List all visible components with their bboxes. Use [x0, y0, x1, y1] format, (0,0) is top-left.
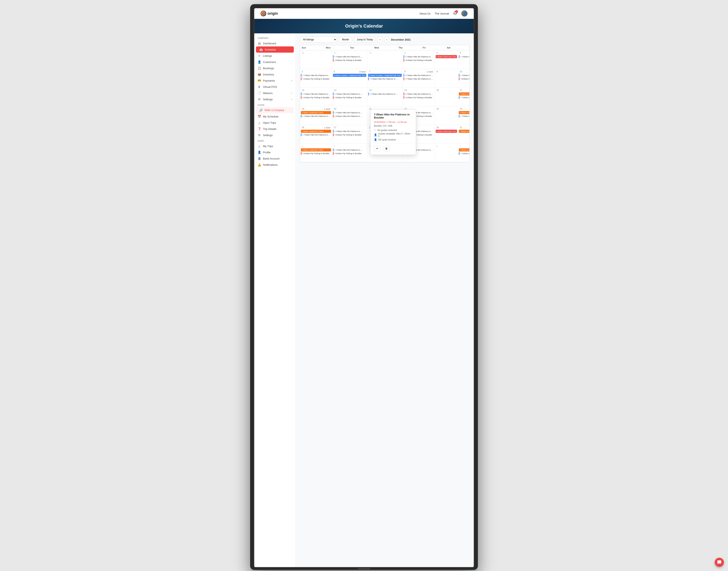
- event-pill[interactable]: 7:00am Avalanche Class: [301, 111, 331, 114]
- sidebar-item-virtualpos[interactable]: 🖥 Virtual POS: [254, 84, 295, 90]
- event-pill[interactable]: 6:00am Custom - National Park Tour: [368, 74, 402, 77]
- event-pill[interactable]: • 9:00am Fly Fishing in Boulder: [301, 152, 331, 155]
- event-pill[interactable]: 8:00am Multi-Day Tour: [436, 130, 457, 133]
- sidebar-item-refer-company[interactable]: 🔗 Refer a Company: [256, 107, 294, 113]
- event-pill[interactable]: • 9:00am Fly Fishing in Boulder: [333, 133, 366, 136]
- event-pill[interactable]: • 7:00am Hike the Flatirons in ...: [333, 111, 366, 114]
- event-pill[interactable]: • 7:00am Hike the Flatirons in ...: [301, 115, 331, 118]
- event-pill[interactable]: • 7:00am Hike the Flatirons in ...: [368, 92, 402, 96]
- prev-month-button[interactable]: ‹: [378, 37, 382, 42]
- event-pill[interactable]: • 7:00am Hike the Flatirons in ...: [333, 148, 366, 151]
- event-pill[interactable]: • 7:00am Hike the Flatirons in ...: [301, 92, 331, 96]
- sidebar-item-trip-details[interactable]: ❓ Trip Details: [254, 126, 295, 132]
- sidebar-item-bank-account[interactable]: 🏦 Bank Account: [254, 155, 295, 161]
- calendar-cell[interactable]: 29• 7:00am Hike the Flatirons in ...• 9:…: [332, 50, 367, 69]
- event-pill[interactable]: 7:00am Avalanche Class: [301, 148, 331, 151]
- sidebar-item-settings[interactable]: ⚙ Settings ▾: [254, 96, 295, 102]
- event-pill[interactable]: • 7:00am Hike the Flatirons in ...: [404, 55, 434, 58]
- next-month-button[interactable]: ›: [384, 37, 389, 42]
- calendar-cell[interactable]: 13• 7:00am Hike the Flatirons in ...• 9:…: [332, 88, 367, 106]
- calendar-cell[interactable]: 308:00am Multi-Day Tour: [435, 125, 458, 143]
- calendar-cell[interactable]: 30: [367, 50, 403, 69]
- more-events-link[interactable]: 1 more: [426, 71, 434, 73]
- calendar-cell[interactable]: 71 more7:00am Avalanche Class• 7:00am Hi…: [458, 143, 470, 162]
- more-events-link[interactable]: 1 more: [323, 126, 331, 129]
- event-pill[interactable]: • 9:00am Fly Fishing in Boulder: [404, 96, 434, 99]
- calendar-cell[interactable]: 5• 7:00am Hike the Flatirons in ...• 9:0…: [300, 69, 332, 88]
- popup-edit-button[interactable]: ✏: [374, 146, 381, 151]
- event-pill[interactable]: 7:00am Avalanche Class: [459, 130, 470, 133]
- sidebar-item-customers[interactable]: 👤 Customers: [254, 59, 295, 65]
- event-pill[interactable]: • 7:00am Hike the Flatirons in ...: [459, 96, 470, 99]
- calendar-cell[interactable]: 14• 7:00am Hike the Flatirons in ...: [367, 88, 403, 106]
- event-pill[interactable]: • 9:00am Fly Fishing in Boulder: [404, 59, 434, 62]
- event-pill[interactable]: 9:00am Multi-Day Tour: [436, 55, 457, 58]
- sidebar-item-schedule[interactable]: 📅 Schedule: [256, 46, 294, 52]
- event-pill[interactable]: • 7:00am Hike the Flatirons in ...: [301, 133, 331, 136]
- listing-dropdown[interactable]: All listings7:00am Hike the FlatironsFly…: [300, 37, 337, 42]
- event-pill[interactable]: 7:00am Avalanche Class: [459, 111, 470, 114]
- sidebar-item-inventory[interactable]: 📦 Inventory: [254, 71, 295, 78]
- calendar-cell[interactable]: 76:00am Custom - National Park Tour• 7:0…: [367, 69, 403, 88]
- calendar-cell[interactable]: 261 more7:00am Avalanche Class• 7:00am H…: [300, 125, 332, 143]
- event-pill[interactable]: 7:00am Avalanche Class: [459, 92, 470, 96]
- sidebar-item-waivers[interactable]: 📄 Waivers ▾: [254, 90, 295, 96]
- sidebar-item-open-trips[interactable]: △ Open Trips: [254, 120, 295, 126]
- calendar-cell[interactable]: 29:00am Multi-Day Tour: [435, 50, 458, 69]
- sidebar-item-bookings[interactable]: 📋 Bookings: [254, 65, 295, 71]
- sidebar-item-settings-guide[interactable]: ⚙ Settings: [254, 132, 295, 138]
- event-pill[interactable]: 6:00am Custom - National Park Tour: [333, 74, 366, 77]
- event-pill[interactable]: • 9:00am Hike the Flatirons in ...: [333, 115, 366, 118]
- event-pill[interactable]: • 9:00am Fly Fishing in Boulder: [333, 96, 366, 99]
- event-pill[interactable]: • 9:00am Fly Fishing in Boulder: [301, 96, 331, 99]
- sidebar-item-notifications[interactable]: 🔔 Notifications: [254, 161, 295, 168]
- month-view-button[interactable]: Month: [339, 37, 352, 42]
- event-pill[interactable]: • 9:00am Fly Fishing in Boulder: [333, 59, 366, 62]
- event-pill[interactable]: 7:00am Avalanche Class: [301, 130, 331, 133]
- calendar-cell[interactable]: 81 more• 7:00am Hike the Flatirons in ..…: [403, 69, 435, 88]
- calendar-cell[interactable]: 171 more7:00am Avalanche Class• 7:00am H…: [458, 88, 470, 106]
- event-pill[interactable]: 7:00am Avalanche Class: [459, 148, 470, 151]
- jump-to-today-button[interactable]: Jump to Today: [354, 37, 376, 42]
- journal-link[interactable]: The Journal: [435, 12, 449, 15]
- calendar-cell[interactable]: 20• 7:00am Hike the Flatirons in ...• 9:…: [332, 106, 367, 125]
- calendar-cell[interactable]: 311 more7:00am Avalanche Class: [458, 125, 470, 143]
- more-events-link[interactable]: 3 more: [358, 71, 366, 73]
- calendar-cell[interactable]: 28: [300, 50, 332, 69]
- event-pill[interactable]: • 7:00am Hike the Flatirons in ...: [459, 115, 470, 118]
- about-us-link[interactable]: About Us: [420, 12, 430, 15]
- event-pill[interactable]: • 7:00am Hike the Flatirons in ...: [404, 74, 434, 77]
- event-pill[interactable]: • 7:00am Hike the Flatirons in ...: [368, 77, 402, 80]
- calendar-cell[interactable]: 1• 7:00am Hike the Flatirons in ...• 9:0…: [403, 50, 435, 69]
- calendar-cell[interactable]: 191 more7:00am Avalanche Class• 7:00am H…: [300, 106, 332, 125]
- sidebar-item-dashboard[interactable]: ▤ Dashboard: [254, 40, 295, 46]
- sidebar-item-my-trips[interactable]: △ My Trips: [254, 143, 295, 149]
- calendar-cell[interactable]: 23: [435, 106, 458, 125]
- event-pill[interactable]: • 7:00am Hike the Flatirons in ...: [459, 55, 470, 58]
- calendar-cell[interactable]: 12• 7:00am Hike the Flatirons in ...• 9:…: [300, 88, 332, 106]
- event-pill[interactable]: • 9:00am Fly Fishing in Boulder: [301, 77, 331, 80]
- calendar-cell[interactable]: 15• 7:00am Hike the Flatirons in ...• 9:…: [403, 88, 435, 106]
- calendar-cell[interactable]: 6: [435, 143, 458, 162]
- sidebar-item-profile[interactable]: 👤 Profile: [254, 149, 295, 155]
- event-pill[interactable]: • 9:00am Fly Fishing in Boulder: [333, 152, 366, 155]
- logo[interactable]: origin: [261, 11, 278, 16]
- notification-button[interactable]: 1: [453, 11, 457, 16]
- event-pill[interactable]: • 7:00am Hike the Flatirons in ...: [333, 92, 366, 96]
- user-avatar[interactable]: 👤: [461, 10, 467, 17]
- calendar-cell[interactable]: 16: [435, 88, 458, 106]
- popup-delete-button[interactable]: 🗑: [383, 146, 390, 151]
- sidebar-item-payments[interactable]: 💳 Payments ▾: [254, 78, 295, 84]
- sidebar-item-my-schedule[interactable]: 📅 My Schedule: [254, 113, 295, 120]
- sidebar-item-listings[interactable]: ≡ Listings: [254, 52, 295, 59]
- calendar-cell[interactable]: 63 more6:00am Custom - National Park Tou…: [332, 69, 367, 88]
- calendar-cell[interactable]: 3• 7:00am Hike the Flatirons in ...• 9:0…: [332, 143, 367, 162]
- calendar-cell[interactable]: 9: [435, 69, 458, 88]
- event-pill[interactable]: • 7:00am Hike the Flatirons in ...: [301, 74, 331, 77]
- event-pill[interactable]: • 7:00am Hike the Flatirons in ...: [459, 74, 470, 77]
- calendar-cell[interactable]: 10• 7:00am Hike the Flatirons in ...• 9:…: [458, 69, 470, 88]
- event-pill[interactable]: • 7:00am Hike the Flatirons in ...: [404, 77, 434, 80]
- event-pill[interactable]: • 9:00am Fly Fishing in Boulder: [459, 77, 470, 80]
- more-events-link[interactable]: 1 more: [323, 108, 331, 110]
- calendar-cell[interactable]: 31 more• 7:00am Hike the Flatirons in ..…: [458, 50, 470, 69]
